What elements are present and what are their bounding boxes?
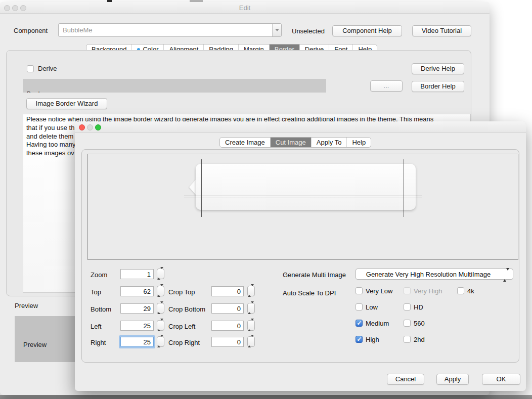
wizard-tabstrip: Create Image Cut Image Apply To Help: [219, 137, 371, 148]
border-type-field-clipped-text: Border: [27, 91, 45, 93]
checkbox-very-low[interactable]: Very Low: [356, 287, 363, 295]
zoom-window-icon[interactable]: [95, 124, 101, 130]
left-field-label: Left: [91, 323, 102, 330]
crop-right-field-label: Crop Right: [168, 339, 200, 346]
checkbox-box: [404, 303, 411, 311]
bubble-tail-shape: [189, 179, 196, 195]
crop-bottom-stepper[interactable]: [247, 303, 255, 314]
edit-titlebar: Edit: [0, 2, 490, 14]
preview-box: Preview: [15, 316, 75, 362]
border-type-field[interactable]: Border: [23, 79, 326, 93]
auto-scale-dpi-label: Auto Scale To DPI: [283, 289, 336, 297]
checkbox-4k[interactable]: 4k: [457, 287, 464, 295]
checkbox-box: [404, 320, 411, 327]
component-combobox-value: BubbleMe: [63, 26, 93, 34]
top-input[interactable]: 62: [120, 286, 154, 296]
right-cut-guide-line: [404, 159, 404, 217]
checkbox-low[interactable]: Low: [356, 303, 363, 312]
checkbox-box: [457, 287, 464, 294]
crop-right-stepper[interactable]: [247, 336, 255, 347]
derive-checkbox-label: Derive: [38, 65, 57, 72]
checkbox-box-checked: [356, 320, 363, 327]
unselected-state-label: Unselected: [292, 27, 325, 35]
right-input[interactable]: 25: [120, 337, 154, 347]
edit-window-title: Edit: [0, 4, 490, 12]
chevron-down-icon[interactable]: [272, 24, 281, 36]
component-label: Component: [14, 27, 48, 34]
crop-top-field-label: Crop Top: [168, 288, 195, 296]
checkbox-hd[interactable]: HD: [404, 303, 411, 312]
generate-multi-image-select[interactable]: Generate Very High Resolution MultiImage: [356, 269, 513, 280]
video-tutorial-button[interactable]: Video Tutorial: [412, 25, 471, 36]
generate-multi-image-value: Generate Very High Resolution MultiImage: [356, 271, 501, 278]
bottom-field-label: Bottom: [91, 305, 111, 313]
crop-left-stepper[interactable]: [247, 320, 255, 331]
tab-apply-to[interactable]: Apply To: [311, 138, 347, 147]
checkbox-high[interactable]: High: [356, 336, 363, 344]
wizard-titlebar: [75, 121, 526, 133]
checkbox-box: [404, 287, 411, 294]
bottom-cut-guide-line: [184, 198, 422, 198]
checkbox-box: [356, 303, 363, 311]
browse-border-button[interactable]: ...: [370, 80, 403, 92]
cut-image-preview: [87, 154, 518, 260]
crop-bottom-input[interactable]: 0: [211, 303, 244, 314]
checkbox-medium[interactable]: Medium: [356, 320, 363, 328]
checkbox-560[interactable]: 560: [404, 320, 411, 328]
derive-checkbox[interactable]: [27, 65, 34, 72]
tab-cut-image[interactable]: Cut Image: [270, 138, 311, 147]
crop-right-input[interactable]: 0: [211, 337, 244, 347]
left-stepper[interactable]: [157, 320, 164, 331]
crop-left-field-label: Crop Left: [168, 323, 195, 330]
border-help-button[interactable]: Border Help: [412, 81, 464, 92]
checkbox-box: [356, 287, 363, 294]
checkbox-very-high: Very High: [404, 287, 411, 295]
preview-section-label: Preview: [15, 302, 38, 309]
crop-left-input[interactable]: 0: [211, 321, 244, 331]
component-combobox[interactable]: BubbleMe: [58, 23, 282, 37]
checkbox-box: [404, 336, 411, 343]
close-window-icon[interactable]: [79, 124, 85, 130]
derive-help-button[interactable]: Derive Help: [412, 63, 464, 74]
right-field-label: Right: [91, 339, 106, 346]
crop-top-stepper[interactable]: [247, 286, 255, 296]
tab-create-image[interactable]: Create Image: [220, 138, 270, 147]
top-field-label: Top: [91, 288, 101, 296]
top-cut-guide-line: [184, 196, 422, 196]
crop-bottom-field-label: Crop Bottom: [168, 305, 205, 313]
preview-box-text: Preview: [23, 341, 47, 348]
bubble-image-preview: [189, 164, 416, 210]
bubble-body-shape: [196, 164, 416, 210]
left-cut-guide-line: [201, 159, 202, 217]
bottom-input[interactable]: 29: [120, 303, 154, 314]
zoom-input[interactable]: 1: [120, 269, 154, 279]
apply-button[interactable]: Apply: [436, 374, 469, 385]
ok-button[interactable]: OK: [482, 374, 520, 385]
top-stepper[interactable]: [157, 286, 164, 296]
image-border-wizard-button[interactable]: Image Border Wizard: [26, 98, 107, 109]
right-stepper[interactable]: [157, 336, 164, 347]
component-help-button[interactable]: Component Help: [332, 25, 402, 36]
generate-multi-image-label: Generate Multi Image: [283, 271, 346, 279]
tab-wizard-help[interactable]: Help: [346, 138, 371, 147]
background-window-bottom-strip: [0, 395, 532, 399]
checkbox-box-checked: [356, 336, 363, 343]
bottom-stepper[interactable]: [157, 303, 164, 314]
updown-arrows-icon: [503, 271, 509, 280]
checkbox-2hd[interactable]: 2hd: [404, 336, 411, 344]
zoom-stepper[interactable]: [157, 269, 164, 279]
minimize-window-icon[interactable]: [87, 124, 93, 130]
cancel-button[interactable]: Cancel: [387, 374, 424, 385]
left-input[interactable]: 25: [120, 321, 154, 331]
image-border-wizard-dialog: Create Image Cut Image Apply To Help Zoo…: [75, 121, 526, 391]
cut-image-panel: Zoom 1 Top 62 Crop Top 0 Bottom 29 Crop …: [81, 149, 519, 363]
zoom-field-label: Zoom: [91, 271, 107, 279]
crop-top-input[interactable]: 0: [211, 286, 244, 296]
